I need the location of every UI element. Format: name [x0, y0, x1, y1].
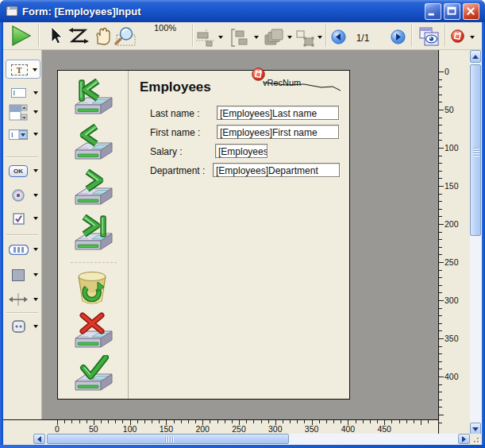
hruler-label: 50 — [89, 424, 98, 434]
preview-button[interactable] — [419, 27, 440, 47]
previous-record-button[interactable] — [73, 124, 114, 161]
button-tool-icon: OK — [9, 165, 28, 177]
entry-order-tool-icon[interactable] — [68, 27, 90, 46]
selection-tool-icon[interactable] — [48, 25, 64, 45]
field-input[interactable]: [Employees]First name — [217, 125, 339, 139]
palette-separator — [6, 156, 38, 158]
next-page-button[interactable] — [391, 29, 406, 44]
palette-tool-combo-box[interactable]: I — [6, 125, 40, 144]
hruler-label: 400 — [341, 424, 356, 434]
button-grid-tool-icon — [9, 245, 29, 255]
vertical-scrollbar[interactable] — [470, 50, 482, 435]
palette-tool-list-box[interactable] — [6, 102, 40, 122]
badges-menu-icon[interactable] — [451, 29, 464, 43]
resize-menu-arrow-icon[interactable] — [318, 36, 322, 39]
scroll-up-icon[interactable] — [470, 50, 481, 63]
resize-menu-icon[interactable] — [295, 29, 316, 47]
maximize-button[interactable] — [444, 3, 460, 20]
badges-menu-arrow-icon[interactable] — [470, 36, 475, 39]
palette-tool-checkbox[interactable] — [6, 209, 40, 228]
form-page[interactable]: Employees vRecNum Last name : [Employees… — [57, 70, 350, 400]
window-border-bottom — [0, 445, 485, 448]
palette-separator — [6, 312, 38, 314]
vruler-label: 50 — [445, 105, 454, 114]
palette-tool-text-arrow-icon[interactable] — [33, 68, 37, 71]
palette-tool-splitter-arrow-icon[interactable] — [33, 298, 38, 301]
delete-record-button[interactable] — [73, 269, 114, 307]
vruler-label: 200 — [445, 219, 459, 229]
align-menu-arrow-icon[interactable] — [218, 36, 223, 39]
palette-tool-picture-button-arrow-icon[interactable] — [33, 325, 38, 328]
execute-form-button[interactable] — [11, 25, 32, 47]
field-input[interactable]: [Employees]Department — [213, 163, 340, 177]
hruler-label: 100 — [123, 424, 137, 434]
checkbox-tool-icon — [13, 213, 25, 225]
palette-tool-input-arrow-icon[interactable] — [33, 91, 38, 95]
field-label[interactable]: Department : — [150, 165, 205, 176]
record-number-variable[interactable]: vRecNum — [263, 78, 301, 87]
last-record-button[interactable] — [73, 214, 114, 252]
palette-tool-picture-button[interactable] — [6, 317, 40, 336]
field-label[interactable]: Salary : — [150, 146, 183, 157]
form-window-icon — [6, 5, 18, 17]
svg-text:I: I — [11, 131, 13, 139]
next-record-button[interactable] — [73, 169, 114, 207]
horizontal-scrollbar[interactable] — [33, 434, 470, 445]
rectangle-tool-icon — [12, 269, 25, 281]
titlebar: Form: [Employees]Input — [0, 0, 485, 22]
palette-tool-button-grid[interactable] — [6, 240, 40, 259]
vruler-label: 400 — [445, 372, 459, 381]
vertical-ruler: 050100150200250300350400 — [438, 50, 470, 434]
minimize-button[interactable] — [425, 3, 441, 20]
scroll-left-icon[interactable] — [33, 434, 45, 444]
palette-tool-rectangle[interactable] — [6, 265, 40, 284]
palette-tool-text[interactable]: T — [6, 60, 40, 79]
vruler-label: 150 — [445, 181, 459, 191]
object-tool-palette: T I I OK — [3, 50, 42, 419]
distribute-menu-arrow-icon[interactable] — [254, 36, 259, 39]
palette-tool-input[interactable]: I — [6, 83, 40, 102]
palette-tool-button[interactable]: OK — [6, 161, 40, 180]
palette-tool-button-grid-arrow-icon[interactable] — [33, 248, 38, 251]
resize-grip[interactable] — [470, 434, 482, 445]
field-label[interactable]: First name : — [150, 127, 200, 138]
palette-tool-radio-button-arrow-icon[interactable] — [33, 194, 38, 197]
layers-menu-icon[interactable] — [264, 29, 284, 48]
vertical-scroll-thumb[interactable] — [470, 64, 481, 236]
list-box-tool-icon — [9, 104, 28, 121]
distribute-menu-icon[interactable] — [230, 29, 251, 48]
palette-tool-radio-button[interactable] — [6, 186, 40, 205]
palette-tool-rectangle-arrow-icon[interactable] — [33, 273, 38, 276]
hruler-label: 300 — [268, 424, 283, 434]
scroll-right-icon[interactable] — [458, 434, 470, 444]
cancel-record-button[interactable] — [73, 312, 114, 350]
page-indicator: 1/1 — [351, 33, 375, 44]
form-title-text[interactable]: Employees — [140, 79, 211, 95]
horizontal-ruler: 050100150200250300350400450 — [3, 419, 438, 434]
palette-tool-splitter[interactable] — [6, 290, 40, 309]
hruler-label: 200 — [195, 424, 210, 434]
field-label[interactable]: Last name : — [150, 108, 200, 119]
field-input[interactable]: [Employees — [215, 144, 268, 158]
splitter-tool-icon — [9, 292, 28, 307]
move-hand-tool-icon[interactable] — [92, 26, 113, 46]
vruler-label: 300 — [445, 295, 459, 305]
previous-page-button[interactable] — [331, 29, 346, 44]
palette-tool-combo-box-arrow-icon[interactable] — [33, 133, 38, 136]
close-icon[interactable] — [463, 3, 479, 20]
align-menu-icon[interactable] — [196, 29, 215, 47]
object-method-badge-icon[interactable] — [252, 68, 265, 81]
field-input[interactable]: [Employees]Last name — [217, 106, 339, 120]
form-editor-window: Form: [Employees]Input — [0, 0, 485, 448]
zoom-tool-icon[interactable] — [113, 25, 138, 47]
palette-tool-list-box-arrow-icon[interactable] — [33, 110, 38, 114]
horizontal-scroll-thumb[interactable] — [47, 434, 289, 444]
hruler-label: 150 — [160, 424, 174, 434]
palette-tool-button-arrow-icon[interactable] — [33, 169, 38, 172]
picture-button-tool-icon — [12, 320, 25, 333]
palette-tool-checkbox-arrow-icon[interactable] — [33, 217, 38, 220]
layers-menu-arrow-icon[interactable] — [287, 36, 292, 39]
validate-record-button[interactable] — [73, 355, 114, 392]
vruler-label: 250 — [445, 257, 459, 267]
first-record-button[interactable] — [73, 79, 114, 116]
